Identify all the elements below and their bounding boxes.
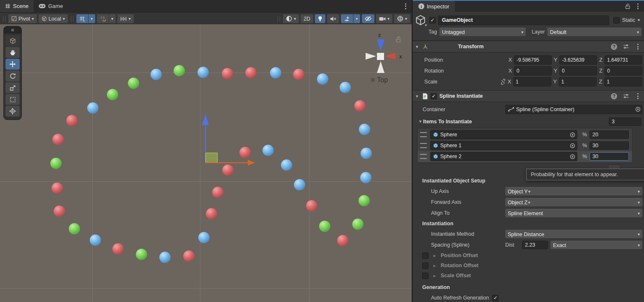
view-orientation-label[interactable]: ≡ Top [371,76,388,84]
scene-sphere-red[interactable] [239,147,251,158]
scale-tool-button[interactable] [5,82,20,93]
align-to-dropdown[interactable]: Spline Element ▾ [505,209,642,217]
2d-toggle[interactable]: 2D [301,14,313,23]
scene-sphere-red[interactable] [293,69,304,80]
instantiate-method-dropdown[interactable]: Spline Distance ▾ [505,230,642,238]
gizmo-south-cone[interactable] [377,61,384,73]
scene-viewport[interactable]: z x ≡ Top ≡ [0,24,412,302]
move-gizmo-up-arrowhead[interactable] [202,114,209,125]
pivot-mode-button[interactable]: Pivot ▾ [8,14,37,23]
dist-field[interactable]: 2.23 [522,241,548,249]
scene-sphere-red[interactable] [212,187,223,198]
scene-sphere-blue[interactable] [159,252,171,263]
scene-lighting-toggle[interactable] [315,14,325,23]
forward-axis-dropdown[interactable]: Object Z+ ▾ [505,198,642,206]
scene-sphere-red[interactable] [222,164,234,176]
rect-tool-button[interactable] [5,94,20,105]
scene-sphere-green[interactable] [136,249,147,260]
palette-drag-handle[interactable]: ≡ [4,26,21,34]
up-axis-dropdown[interactable]: Object Y+ ▾ [505,187,642,195]
scene-audio-toggle[interactable] [327,14,339,23]
move-tool-button[interactable] [5,59,20,70]
orientation-mode-button[interactable]: Local ▾ [39,14,68,23]
gizmo-z-cone[interactable] [377,39,384,51]
scene-sphere-red[interactable] [183,250,195,262]
rotate-tool-button[interactable] [5,70,20,81]
active-checkbox[interactable]: ✓ [429,17,436,23]
transform-header[interactable]: ▾ Transform ? [413,41,644,52]
help-icon[interactable]: ? [611,93,617,99]
scene-sphere-red[interactable] [52,134,64,145]
rotation-y-field[interactable]: 0 [559,66,597,76]
scene-sphere-red[interactable] [245,67,257,78]
drag-handle-icon[interactable] [420,132,427,137]
scene-sphere-blue[interactable] [262,145,274,156]
container-object-field[interactable]: Spline (Spline Container) [505,105,642,114]
scene-sphere-blue[interactable] [360,172,371,183]
drag-handle-icon[interactable] [420,143,427,148]
inspector-menu-icon[interactable] [635,2,641,10]
scene-sphere-blue[interactable] [340,82,351,93]
position-offset-checkbox[interactable] [422,253,428,259]
scene-sphere-green[interactable] [69,223,80,234]
scale-z-field[interactable]: 1 [604,77,642,86]
scene-sphere-green[interactable] [174,65,185,76]
rotation-offset-checkbox[interactable] [422,263,428,269]
lock-icon[interactable] [625,3,631,9]
foldout-open-icon[interactable]: ▾ [414,94,420,99]
gizmo-west-cone[interactable] [366,53,376,60]
grid-visibility-toggle[interactable] [76,14,88,23]
scene-sphere-red[interactable] [306,200,317,211]
tag-dropdown[interactable]: Untagged ▾ [439,28,526,36]
gameobject-icon[interactable]: ▾ [414,15,427,26]
scene-sphere-blue[interactable] [151,69,162,80]
object-picker-icon[interactable] [570,143,576,148]
hand-tool-button[interactable] [5,47,20,58]
object-picker-icon[interactable] [635,107,641,112]
scene-sphere-red[interactable] [66,115,78,126]
foldout-open-icon[interactable]: ▾ [418,119,423,124]
view-tool-button[interactable] [5,35,20,46]
scene-sphere-blue[interactable] [197,67,209,78]
scene-sphere-red[interactable] [337,235,348,246]
item-object-field[interactable]: Sphere 2 [430,152,577,161]
tab-scene[interactable]: Scene [0,0,34,12]
scene-sphere-blue[interactable] [317,73,328,85]
scale-x-field[interactable]: 1 [513,77,551,86]
shading-mode-button[interactable]: ▾ [283,14,299,23]
rotation-x-field[interactable]: 0 [514,66,552,76]
scene-sphere-red[interactable] [112,243,124,255]
scene-sphere-blue[interactable] [87,102,99,114]
scale-offset-checkbox[interactable] [422,273,428,279]
help-icon[interactable]: ? [611,44,617,50]
scene-effects-toggle[interactable] [341,14,353,23]
grid-visibility-dropdown[interactable]: ▾ [88,14,95,23]
gizmos-button[interactable]: ▾ [394,14,410,23]
scene-sphere-red[interactable] [52,182,63,194]
transform-menu-icon[interactable] [635,42,641,51]
spline-menu-icon[interactable] [635,92,641,100]
object-picker-icon[interactable] [570,154,576,159]
item-probability-field-focused[interactable]: 30 [589,152,629,161]
scene-sphere-red[interactable] [206,208,217,219]
item-probability-field[interactable]: 20 [589,130,629,139]
grid-snap-toggle[interactable] [97,14,109,23]
scene-menu-icon[interactable] [402,2,408,10]
scene-sphere-red[interactable] [222,68,233,79]
tab-inspector[interactable]: i Inspector [413,1,455,12]
move-gizmo-plane-handle[interactable] [205,153,218,163]
move-gizmo-right-axis[interactable] [205,162,248,163]
auto-refresh-checkbox[interactable]: ✓ [492,295,499,301]
scene-visibility-toggle[interactable] [362,14,374,23]
scene-sphere-blue[interactable] [270,67,281,78]
position-x-field[interactable]: -9.586795 [514,55,552,65]
foldout-closed-icon[interactable]: ▸ [432,273,437,279]
gizmo-center-handle[interactable] [377,53,384,60]
scene-sphere-blue[interactable] [198,232,210,243]
component-enabled-checkbox[interactable]: ✓ [431,93,437,99]
static-checkbox[interactable] [613,17,620,23]
scene-sphere-red[interactable] [54,206,65,217]
drag-handle-icon[interactable] [420,154,427,159]
move-gizmo-right-arrowhead[interactable] [248,160,255,166]
scene-sphere-blue[interactable] [90,234,101,246]
